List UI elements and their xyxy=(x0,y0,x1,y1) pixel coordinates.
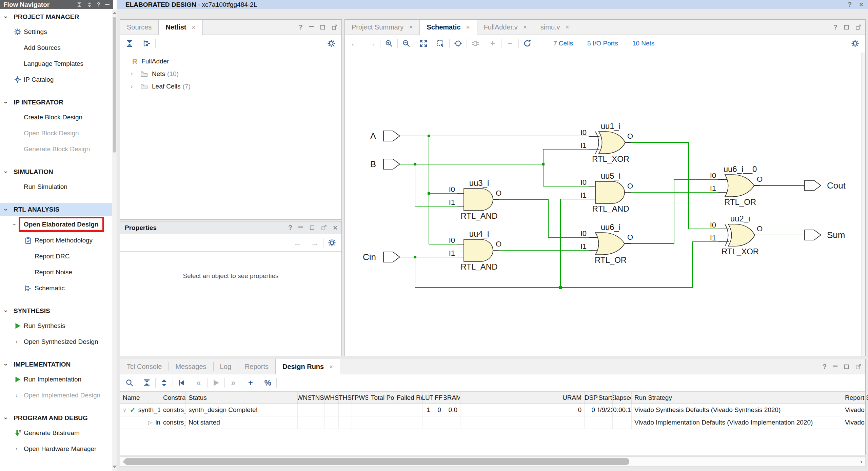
forward-icon[interactable]: → xyxy=(309,237,320,248)
tree-item-fulladder[interactable]: RFullAdder xyxy=(120,55,341,67)
tab-fulladder-v[interactable]: FullAdder.v× xyxy=(477,20,534,35)
float-icon[interactable] xyxy=(855,24,861,30)
gate-uu6_i[interactable]: uu6_iRTL_ORI0I1O xyxy=(580,222,633,264)
bottom-hscrollbar[interactable]: ‹ › xyxy=(120,456,866,467)
collapse-cone-icon[interactable]: − xyxy=(505,38,515,49)
help-icon[interactable]: ? xyxy=(823,363,827,371)
net-wire[interactable] xyxy=(631,179,718,243)
sidebar-section-project-manager[interactable]: ›PROJECT MANAGER xyxy=(0,10,113,24)
step-forward-icon[interactable]: » xyxy=(228,377,239,388)
minimize-icon[interactable] xyxy=(833,365,837,367)
sidebar-item-open-elaborated-design[interactable]: ›Open Elaborated Design xyxy=(0,216,113,232)
step-back-icon[interactable]: « xyxy=(193,377,204,388)
search-icon[interactable] xyxy=(124,377,135,388)
forward-icon[interactable]: → xyxy=(366,38,377,49)
gear-icon[interactable] xyxy=(327,237,337,248)
gear-icon[interactable] xyxy=(326,38,337,49)
sidebar-scrollbar[interactable] xyxy=(112,9,117,471)
help-icon[interactable]: ? xyxy=(299,23,303,31)
close-icon[interactable]: × xyxy=(192,24,196,31)
stat-link-7-cells[interactable]: 7 Cells xyxy=(553,40,573,47)
sidebar-item-report-methodology[interactable]: Report Methodology xyxy=(0,232,113,248)
back-icon[interactable]: ← xyxy=(349,38,360,49)
net-wire[interactable] xyxy=(543,149,589,164)
gear-icon[interactable] xyxy=(850,38,861,49)
collapse-all-icon[interactable] xyxy=(124,38,135,49)
gate-uu2_i[interactable]: uu2_iRTL_XORI0I1O xyxy=(710,214,763,256)
expander-icon[interactable]: ▷ xyxy=(148,419,152,426)
regenerate-icon[interactable] xyxy=(522,38,533,49)
tab-netlist[interactable]: Netlist× xyxy=(158,20,202,35)
close-icon[interactable]: × xyxy=(566,23,569,31)
tab-reports[interactable]: Reports xyxy=(238,359,275,374)
column-header-lut[interactable]: LUT xyxy=(422,392,433,404)
gate-uu6_i__0[interactable]: uu6_i__0RTL_ORI0I1O xyxy=(710,164,763,207)
close-icon[interactable]: × xyxy=(329,363,333,371)
gate-uu4_i[interactable]: uu4_iRTL_ANDI0I1O xyxy=(449,229,501,271)
maximize-icon[interactable] xyxy=(844,24,849,30)
net-wire[interactable] xyxy=(499,199,589,237)
expander-icon[interactable]: › xyxy=(131,71,133,77)
sidebar-item-open-block-design[interactable]: Open Block Design xyxy=(0,125,113,141)
tree-item-nets[interactable]: ›Nets(10) xyxy=(120,67,341,80)
column-header-start[interactable]: Start xyxy=(598,392,613,404)
maximize-icon[interactable] xyxy=(320,24,326,30)
port-B[interactable]: B xyxy=(370,159,400,169)
percent-icon[interactable]: % xyxy=(262,377,273,388)
zoom-out-icon[interactable] xyxy=(401,38,412,49)
help-icon[interactable]: ? xyxy=(288,224,292,232)
sidebar-item-open-implemented-design[interactable]: ›Open Implemented Design xyxy=(0,387,113,403)
net-wire[interactable] xyxy=(415,199,589,288)
column-header-elapsed[interactable]: Elapsed xyxy=(613,392,632,404)
sidebar-item-generate-bitstream[interactable]: Generate Bitstream xyxy=(0,425,113,441)
sidebar-item-report-noise[interactable]: Report Noise xyxy=(0,264,113,280)
sidebar-section-rtl-analysis[interactable]: ›RTL ANALYSIS xyxy=(0,203,113,216)
autofit-selection-icon[interactable] xyxy=(453,38,463,49)
zoom-in-icon[interactable] xyxy=(383,38,394,49)
run-icon[interactable] xyxy=(211,377,221,388)
column-header-total-power[interactable]: Total Power xyxy=(368,392,394,404)
schematic-vscrollbar[interactable] xyxy=(861,53,865,356)
sidebar-item-add-sources[interactable]: Add Sources xyxy=(0,40,113,56)
sidebar-item-ip-catalog[interactable]: IP Catalog xyxy=(0,72,113,87)
sidebar-item-schematic[interactable]: Schematic xyxy=(0,280,113,296)
column-header-failed-routes[interactable]: Failed Routes xyxy=(394,392,422,404)
schematic-icon[interactable] xyxy=(141,38,152,49)
back-icon[interactable]: ← xyxy=(292,237,303,248)
expander-icon[interactable]: ∨ xyxy=(123,407,126,413)
collapse-all-icon[interactable] xyxy=(77,2,82,7)
reset-runs-icon[interactable] xyxy=(176,377,187,388)
maximize-icon[interactable] xyxy=(844,364,849,370)
gate-uu1_i[interactable]: uu1_iRTL_XORI0I1O xyxy=(580,121,633,163)
scrollbar-thumb[interactable] xyxy=(124,458,629,465)
column-header-tpws[interactable]: TPWS xyxy=(352,392,368,404)
column-header-uram[interactable]: URAM xyxy=(460,392,585,404)
gate-uu5_i[interactable]: uu5_iRTL_ANDI0I1O xyxy=(580,171,633,213)
table-row-impl_1[interactable]: ▷impl_1constrs_1Not startedVivado Implem… xyxy=(120,416,865,429)
expander-icon[interactable]: › xyxy=(131,83,133,90)
tree-item-leaf-cells[interactable]: ›Leaf Cells(7) xyxy=(120,80,341,93)
sidebar-item-create-block-design[interactable]: Create Block Design xyxy=(0,109,113,125)
scroll-down-icon[interactable] xyxy=(113,466,117,468)
cell-icon[interactable] xyxy=(470,38,481,49)
stat-link-10-nets[interactable]: 10 Nets xyxy=(632,40,654,47)
column-header-ths[interactable]: THS xyxy=(339,392,352,404)
port-Sum[interactable]: Sum xyxy=(805,230,845,240)
close-icon[interactable]: × xyxy=(523,23,527,31)
sidebar-item-open-synthesized-design[interactable]: ›Open Synthesized Design xyxy=(0,334,113,350)
float-icon[interactable] xyxy=(321,225,327,231)
column-header-dsp[interactable]: DSP xyxy=(585,392,598,404)
sidebar-section-implementation[interactable]: ›IMPLEMENTATION xyxy=(0,358,113,371)
tab-schematic[interactable]: Schematic× xyxy=(419,20,477,35)
column-header-constraints[interactable]: Constraints xyxy=(160,392,186,404)
schematic-canvas[interactable]: uu1_iRTL_XORI0I1Ouu3_iRTL_ANDI0I1Ouu5_iR… xyxy=(345,53,865,356)
column-header-name[interactable]: Name xyxy=(120,392,160,404)
sidebar-item-generate-block-design[interactable]: Generate Block Design xyxy=(0,141,113,157)
column-header-status[interactable]: Status xyxy=(186,392,298,404)
tab-tcl-console[interactable]: Tcl Console xyxy=(120,359,169,374)
sidebar-item-run-synthesis[interactable]: Run Synthesis xyxy=(0,318,113,334)
minimize-icon[interactable] xyxy=(309,25,314,27)
tab-design-runs[interactable]: Design Runs× xyxy=(275,359,340,374)
sidebar-section-program-and-debug[interactable]: ›PROGRAM AND DEBUG xyxy=(0,411,113,425)
table-row-synth_1[interactable]: ∨✓synth_1constrs_1synth_design Complete!… xyxy=(120,404,865,416)
